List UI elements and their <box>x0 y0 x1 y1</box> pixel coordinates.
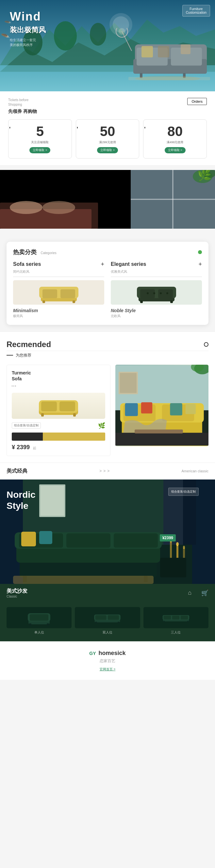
category-elegant-plus[interactable]: + <box>198 261 202 268</box>
category-elegant-title: Elegant series <box>111 261 146 267</box>
home-icon[interactable]: ⌂ <box>188 589 191 596</box>
variant-double-img <box>75 607 140 628</box>
svg-point-95 <box>183 546 185 549</box>
double-sofa-svg <box>93 609 121 627</box>
svg-point-3 <box>54 21 77 51</box>
svg-rect-83 <box>66 533 110 548</box>
nordic-style-section: Nordic Style 组合套装/自选定制 ¥2399 <box>0 479 215 584</box>
svg-point-43 <box>160 292 162 294</box>
cart-icon[interactable]: 🛒 <box>201 589 209 597</box>
rec-lifestyle-img <box>115 365 209 446</box>
svg-rect-76 <box>41 486 64 516</box>
american-label-en: American classic <box>181 469 209 473</box>
svg-rect-113 <box>163 621 165 622</box>
brand-footer: GY homesick 恋家百艺 官网首页 > <box>0 641 215 680</box>
rec-title: Recmended <box>6 340 51 349</box>
room-bg-svg <box>0 170 215 229</box>
svg-rect-33 <box>43 289 57 298</box>
svg-point-27 <box>10 201 43 214</box>
svg-rect-84 <box>114 533 158 548</box>
coupon-card-1[interactable]: 5 关注店铺领取 立即领取 > <box>8 119 72 158</box>
sofa-variants-section: 单人位 双人位 <box>0 602 215 641</box>
svg-rect-112 <box>180 616 188 619</box>
svg-rect-104 <box>96 615 107 620</box>
rec-marks: ' ' ' <box>12 385 105 390</box>
svg-rect-35 <box>43 301 45 303</box>
tickets-label-block: Tickets before Shopping <box>8 98 28 107</box>
rec-main-image <box>115 365 209 456</box>
variant-single[interactable]: 单人位 <box>6 607 72 635</box>
hero-sofa-area <box>115 28 210 82</box>
rec-plant-icon: 🌿 <box>98 422 105 429</box>
bottom-nav-label: Classic <box>6 595 27 598</box>
svg-rect-51 <box>41 413 44 416</box>
tickets-label-cn: 先领券 再购物 <box>8 108 207 115</box>
sofa-yellow-svg <box>37 283 80 303</box>
hero-title: Wind <box>10 10 46 24</box>
svg-rect-89 <box>13 576 154 584</box>
svg-point-44 <box>166 292 168 294</box>
rec-colors-row: 组合套装/自选定制 🌿 <box>12 422 105 429</box>
svg-rect-34 <box>60 289 75 298</box>
rec-sofa-thumbnail <box>12 393 105 419</box>
category-sofa-desc: 简约北欧风 <box>13 270 104 274</box>
order-button[interactable]: Orders <box>187 98 207 105</box>
category-sofa-plus[interactable]: + <box>101 261 104 268</box>
coupon-btn-3[interactable]: 立即领取 > <box>165 147 186 153</box>
rec-sofa-yellow-svg <box>37 394 80 417</box>
category-elegant-img <box>111 280 202 305</box>
coupon-btn-2[interactable]: 立即领取 > <box>97 147 118 153</box>
variant-single-label: 单人位 <box>6 630 72 635</box>
category-elegant[interactable]: Elegant series + 优雅美式风 <box>111 261 202 318</box>
hero-text-block: Wind 装出极简风 给生活建立一套完 美的极简风秩序 <box>10 10 46 47</box>
variant-triple[interactable]: 三人位 <box>143 607 209 635</box>
brand-gy: GY <box>89 651 96 656</box>
rec-product-card[interactable]: Turmeric Sofa ' ' ' <box>6 365 110 456</box>
svg-rect-15 <box>158 46 169 57</box>
svg-rect-85 <box>21 532 36 546</box>
variant-double[interactable]: 双人位 <box>75 607 140 635</box>
sofa-dark-svg <box>135 283 178 303</box>
category-elegant-header: Elegant series + <box>111 261 202 268</box>
rec-price-unit: 起 <box>33 446 36 450</box>
coupon-card-2[interactable]: 50 满299元使用 立即领取 > <box>76 119 139 158</box>
coupon-card-3[interactable]: 80 满499元使用 立即领取 > <box>143 119 207 158</box>
rec-color-btn[interactable]: 组合套装/自选定制 <box>12 423 41 429</box>
svg-rect-64 <box>141 402 152 413</box>
footer-link[interactable]: 官网首页 > <box>6 667 209 672</box>
hero-section: Wind 装出极简风 给生活建立一套完 美的极简风秩序 Furniture Cu… <box>0 0 215 91</box>
recommended-section: Recmended 为您推荐 Turmeric Sofa ' ' ' <box>0 332 215 463</box>
hero-desc: 给生活建立一套完 美的极简风秩序 <box>10 37 46 47</box>
hot-title-group: 热卖分类 Categories <box>13 248 56 256</box>
rec-circle-icon <box>204 342 209 347</box>
svg-rect-23 <box>0 209 91 229</box>
svg-rect-67 <box>115 433 209 445</box>
category-elegant-desc: 优雅美式风 <box>111 270 202 274</box>
hero-subtitle: 装出极简风 <box>10 25 46 35</box>
svg-rect-105 <box>108 615 119 620</box>
bottom-nav-title: 美式沙发 <box>6 588 27 595</box>
svg-rect-52 <box>73 413 76 416</box>
rec-content: Turmeric Sofa ' ' ' <box>6 365 209 456</box>
category-sofa-title: Sofa series <box>13 261 41 267</box>
plant-decor-top: 🌿 <box>197 170 212 182</box>
svg-rect-106 <box>96 622 97 624</box>
nordic-price-tag[interactable]: ¥2399 <box>160 534 176 541</box>
nordic-text: Nordic Style <box>6 489 36 511</box>
rec-lifestyle-svg <box>115 365 209 446</box>
category-sofa[interactable]: Sofa series + 简约北欧风 Minimal <box>13 261 104 318</box>
rec-price: ¥ 2399 <box>12 444 30 451</box>
hot-title: 热卖分类 <box>13 249 36 255</box>
hero-badge: Furniture Customization <box>182 5 210 17</box>
style-label-elegant: Noble Style 北欧风 <box>111 308 202 318</box>
svg-rect-111 <box>172 616 179 619</box>
svg-rect-99 <box>30 614 48 621</box>
american-arrows: > > > <box>99 469 109 473</box>
svg-point-42 <box>153 292 155 294</box>
svg-rect-96 <box>160 558 186 577</box>
coupon-btn-1[interactable]: 立即领取 > <box>29 147 50 153</box>
brand-name-cn: 恋家百艺 <box>6 658 209 664</box>
svg-rect-114 <box>187 621 188 622</box>
tickets-label-en: Tickets before Shopping <box>8 98 28 107</box>
svg-rect-20 <box>128 77 210 80</box>
